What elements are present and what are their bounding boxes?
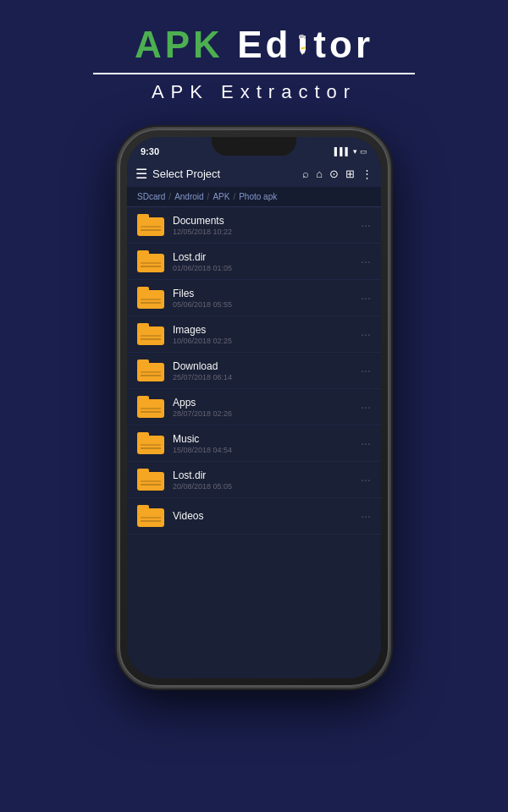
grid-icon[interactable]: ⊞ (345, 167, 355, 180)
list-item[interactable]: Lost.dir 20/08/2018 05:05 ··· (127, 462, 381, 498)
phone-mockup: 9:30 ▌▌▌ ▾ ▭ ☰ Select Project ⌕ ⌂ ⊙ (119, 129, 389, 687)
file-name: Videos (173, 510, 352, 522)
file-date: 05/06/2018 05:55 (173, 300, 352, 309)
breadcrumb-sep3: / (233, 192, 235, 201)
list-item[interactable]: Lost.dir 01/06/2018 01:05 ··· (127, 244, 381, 280)
file-more-icon[interactable]: ··· (361, 364, 371, 377)
apk-label: APK (135, 24, 224, 66)
file-name: Lost.dir (173, 469, 352, 481)
breadcrumb-android[interactable]: Android (174, 192, 203, 201)
editor-space (224, 24, 237, 66)
phone-notch (212, 137, 296, 156)
status-time: 9:30 (141, 145, 159, 156)
folder-icon (137, 469, 164, 491)
file-info: Lost.dir 20/08/2018 05:05 (173, 469, 352, 491)
breadcrumb-sep1: / (168, 192, 171, 201)
status-icons: ▌▌▌ ▾ ▭ (334, 145, 367, 156)
list-item[interactable]: Documents 12/05/2018 10:22 ··· (127, 207, 381, 244)
app-title: APK Ed tor (135, 24, 373, 66)
editor-ed: Ed (237, 24, 291, 66)
title-row: APK Ed tor (93, 24, 415, 66)
file-more-icon[interactable]: ··· (361, 218, 371, 232)
list-item[interactable]: Download 25/07/2018 06:14 ··· (127, 353, 381, 389)
file-date: 25/07/2018 06:14 (173, 373, 352, 381)
breadcrumb-sdcard[interactable]: SDcard (137, 192, 165, 201)
home-icon[interactable]: ⌂ (316, 167, 323, 180)
file-name: Music (173, 433, 352, 445)
file-name: Download (173, 360, 352, 372)
breadcrumb-sep2: / (207, 192, 210, 201)
folder-icon (137, 214, 164, 236)
search-icon[interactable]: ⌕ (302, 167, 309, 180)
file-more-icon[interactable]: ··· (361, 327, 371, 341)
more-icon[interactable]: ⋮ (362, 167, 373, 180)
pencil-icon (291, 34, 313, 56)
file-more-icon[interactable]: ··· (361, 436, 371, 450)
toolbar-title: Select Project (152, 167, 297, 180)
file-date: 01/06/2018 01:05 (173, 264, 352, 272)
list-item[interactable]: Files 05/06/2018 05:55 ··· (127, 280, 381, 316)
battery-icon: ▭ (360, 147, 367, 156)
file-info: Lost.dir 01/06/2018 01:05 (173, 251, 352, 272)
phone-frame: 9:30 ▌▌▌ ▾ ▭ ☰ Select Project ⌕ ⌂ ⊙ (119, 129, 389, 687)
file-info: Apps 28/07/2018 02:26 (173, 397, 352, 418)
menu-icon[interactable]: ☰ (135, 166, 147, 182)
breadcrumb-photo-apk[interactable]: Photo apk (239, 192, 277, 201)
file-info: Documents 12/05/2018 10:22 (173, 215, 352, 236)
toolbar-action-icons: ⌕ ⌂ ⊙ ⊞ ⋮ (302, 167, 373, 180)
file-info: Files 05/06/2018 05:55 (173, 288, 352, 309)
list-item[interactable]: Images 10/06/2018 02:25 ··· (127, 316, 381, 353)
file-more-icon[interactable]: ··· (361, 291, 371, 304)
title-divider (93, 73, 415, 74)
file-date: 15/08/2018 04:54 (173, 446, 352, 454)
file-name: Images (173, 324, 352, 336)
phone-screen: 9:30 ▌▌▌ ▾ ▭ ☰ Select Project ⌕ ⌂ ⊙ (127, 137, 381, 678)
list-item[interactable]: Videos ··· (127, 498, 381, 535)
file-more-icon[interactable]: ··· (361, 255, 371, 268)
phone-content: 9:30 ▌▌▌ ▾ ▭ ☰ Select Project ⌕ ⌂ ⊙ (127, 137, 381, 678)
file-date: 28/07/2018 02:26 (173, 409, 352, 418)
svg-rect-5 (300, 35, 305, 39)
toolbar: ☰ Select Project ⌕ ⌂ ⊙ ⊞ ⋮ (127, 161, 381, 187)
breadcrumb: SDcard / Android / APK / Photo apk (127, 187, 381, 207)
list-item[interactable]: Music 15/08/2018 04:54 ··· (127, 425, 381, 462)
file-info: Download 25/07/2018 06:14 (173, 360, 352, 381)
breadcrumb-apk[interactable]: APK (213, 192, 229, 201)
folder-icon (137, 505, 164, 527)
subtitle: APK Extractor (93, 81, 415, 103)
file-more-icon[interactable]: ··· (361, 400, 371, 414)
folder-icon (137, 323, 164, 345)
folder-icon (137, 250, 164, 272)
folder-icon (137, 359, 164, 381)
file-more-icon[interactable]: ··· (361, 473, 371, 486)
editor-tor: tor (313, 24, 373, 66)
app-header: APK Ed tor APK Extractor (93, 24, 415, 120)
folder-icon (137, 287, 164, 309)
list-item[interactable]: Apps 28/07/2018 02:26 ··· (127, 389, 381, 425)
file-date: 20/08/2018 05:05 (173, 482, 352, 491)
file-name: Documents (173, 215, 352, 227)
file-name: Files (173, 288, 352, 299)
clock-icon[interactable]: ⊙ (329, 167, 339, 180)
folder-icon (137, 396, 164, 418)
signal-icon: ▌▌▌ (334, 147, 351, 156)
folder-icon (137, 432, 164, 454)
file-list: Documents 12/05/2018 10:22 ··· Lost.dir … (127, 207, 381, 678)
file-info: Music 15/08/2018 04:54 (173, 433, 352, 454)
file-info: Videos (173, 510, 352, 523)
file-name: Lost.dir (173, 251, 352, 263)
file-info: Images 10/06/2018 02:25 (173, 324, 352, 345)
wifi-icon: ▾ (353, 147, 357, 156)
file-date: 12/05/2018 10:22 (173, 228, 352, 236)
file-date: 10/06/2018 02:25 (173, 337, 352, 345)
file-more-icon[interactable]: ··· (361, 509, 371, 523)
file-name: Apps (173, 397, 352, 409)
